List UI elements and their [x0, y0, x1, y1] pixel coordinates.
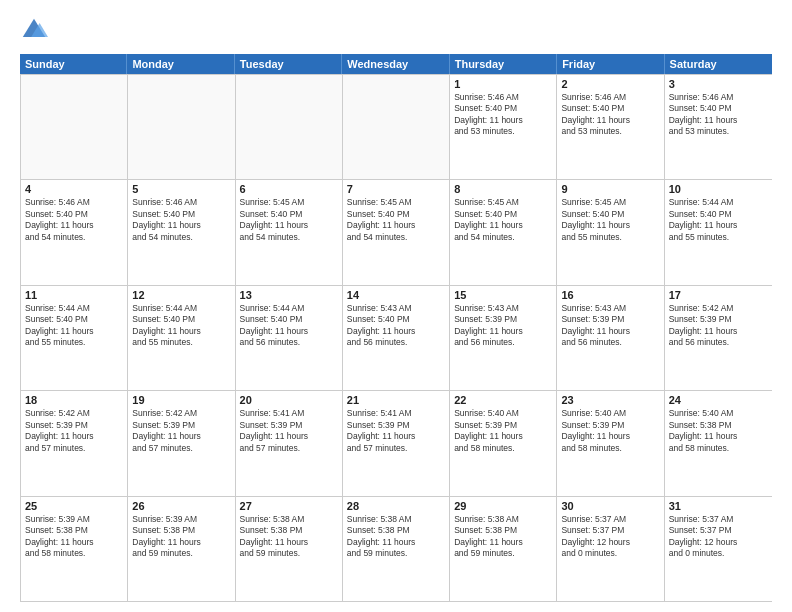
calendar-week-1: 1Sunrise: 5:46 AM Sunset: 5:40 PM Daylig…	[21, 74, 772, 179]
cell-info: Sunrise: 5:42 AM Sunset: 5:39 PM Dayligh…	[25, 408, 123, 454]
cell-info: Sunrise: 5:38 AM Sunset: 5:38 PM Dayligh…	[454, 514, 552, 560]
day-number: 13	[240, 289, 338, 301]
cell-info: Sunrise: 5:37 AM Sunset: 5:37 PM Dayligh…	[561, 514, 659, 560]
cell-info: Sunrise: 5:39 AM Sunset: 5:38 PM Dayligh…	[132, 514, 230, 560]
calendar-week-4: 18Sunrise: 5:42 AM Sunset: 5:39 PM Dayli…	[21, 390, 772, 495]
day-cell-1: 1Sunrise: 5:46 AM Sunset: 5:40 PM Daylig…	[450, 75, 557, 179]
day-cell-13: 13Sunrise: 5:44 AM Sunset: 5:40 PM Dayli…	[236, 286, 343, 390]
day-cell-28: 28Sunrise: 5:38 AM Sunset: 5:38 PM Dayli…	[343, 497, 450, 601]
day-number: 26	[132, 500, 230, 512]
day-number: 11	[25, 289, 123, 301]
day-number: 16	[561, 289, 659, 301]
day-cell-22: 22Sunrise: 5:40 AM Sunset: 5:39 PM Dayli…	[450, 391, 557, 495]
cell-info: Sunrise: 5:46 AM Sunset: 5:40 PM Dayligh…	[669, 92, 768, 138]
day-cell-2: 2Sunrise: 5:46 AM Sunset: 5:40 PM Daylig…	[557, 75, 664, 179]
day-cell-9: 9Sunrise: 5:45 AM Sunset: 5:40 PM Daylig…	[557, 180, 664, 284]
day-header-saturday: Saturday	[665, 54, 772, 74]
day-cell-19: 19Sunrise: 5:42 AM Sunset: 5:39 PM Dayli…	[128, 391, 235, 495]
day-number: 22	[454, 394, 552, 406]
day-number: 10	[669, 183, 768, 195]
day-cell-18: 18Sunrise: 5:42 AM Sunset: 5:39 PM Dayli…	[21, 391, 128, 495]
cell-info: Sunrise: 5:45 AM Sunset: 5:40 PM Dayligh…	[347, 197, 445, 243]
cell-info: Sunrise: 5:43 AM Sunset: 5:40 PM Dayligh…	[347, 303, 445, 349]
day-header-sunday: Sunday	[20, 54, 127, 74]
cell-info: Sunrise: 5:43 AM Sunset: 5:39 PM Dayligh…	[561, 303, 659, 349]
day-number: 1	[454, 78, 552, 90]
day-number: 21	[347, 394, 445, 406]
cell-info: Sunrise: 5:46 AM Sunset: 5:40 PM Dayligh…	[25, 197, 123, 243]
day-number: 27	[240, 500, 338, 512]
cell-info: Sunrise: 5:44 AM Sunset: 5:40 PM Dayligh…	[669, 197, 768, 243]
day-cell-6: 6Sunrise: 5:45 AM Sunset: 5:40 PM Daylig…	[236, 180, 343, 284]
cell-info: Sunrise: 5:37 AM Sunset: 5:37 PM Dayligh…	[669, 514, 768, 560]
day-number: 7	[347, 183, 445, 195]
day-cell-21: 21Sunrise: 5:41 AM Sunset: 5:39 PM Dayli…	[343, 391, 450, 495]
calendar-week-3: 11Sunrise: 5:44 AM Sunset: 5:40 PM Dayli…	[21, 285, 772, 390]
day-number: 23	[561, 394, 659, 406]
cell-info: Sunrise: 5:42 AM Sunset: 5:39 PM Dayligh…	[669, 303, 768, 349]
header	[20, 16, 772, 44]
day-cell-4: 4Sunrise: 5:46 AM Sunset: 5:40 PM Daylig…	[21, 180, 128, 284]
calendar-week-5: 25Sunrise: 5:39 AM Sunset: 5:38 PM Dayli…	[21, 496, 772, 601]
day-number: 15	[454, 289, 552, 301]
cell-info: Sunrise: 5:43 AM Sunset: 5:39 PM Dayligh…	[454, 303, 552, 349]
day-cell-26: 26Sunrise: 5:39 AM Sunset: 5:38 PM Dayli…	[128, 497, 235, 601]
day-number: 29	[454, 500, 552, 512]
day-cell-5: 5Sunrise: 5:46 AM Sunset: 5:40 PM Daylig…	[128, 180, 235, 284]
calendar-header: SundayMondayTuesdayWednesdayThursdayFrid…	[20, 54, 772, 74]
day-number: 25	[25, 500, 123, 512]
cell-info: Sunrise: 5:41 AM Sunset: 5:39 PM Dayligh…	[347, 408, 445, 454]
day-number: 28	[347, 500, 445, 512]
day-cell-7: 7Sunrise: 5:45 AM Sunset: 5:40 PM Daylig…	[343, 180, 450, 284]
day-number: 3	[669, 78, 768, 90]
day-cell-23: 23Sunrise: 5:40 AM Sunset: 5:39 PM Dayli…	[557, 391, 664, 495]
cell-info: Sunrise: 5:44 AM Sunset: 5:40 PM Dayligh…	[132, 303, 230, 349]
cell-info: Sunrise: 5:46 AM Sunset: 5:40 PM Dayligh…	[561, 92, 659, 138]
day-number: 20	[240, 394, 338, 406]
cell-info: Sunrise: 5:38 AM Sunset: 5:38 PM Dayligh…	[240, 514, 338, 560]
cell-info: Sunrise: 5:40 AM Sunset: 5:39 PM Dayligh…	[561, 408, 659, 454]
calendar-body: 1Sunrise: 5:46 AM Sunset: 5:40 PM Daylig…	[20, 74, 772, 602]
day-header-friday: Friday	[557, 54, 664, 74]
empty-cell	[21, 75, 128, 179]
day-number: 8	[454, 183, 552, 195]
day-number: 19	[132, 394, 230, 406]
cell-info: Sunrise: 5:46 AM Sunset: 5:40 PM Dayligh…	[454, 92, 552, 138]
day-header-thursday: Thursday	[450, 54, 557, 74]
day-cell-12: 12Sunrise: 5:44 AM Sunset: 5:40 PM Dayli…	[128, 286, 235, 390]
cell-info: Sunrise: 5:42 AM Sunset: 5:39 PM Dayligh…	[132, 408, 230, 454]
cell-info: Sunrise: 5:44 AM Sunset: 5:40 PM Dayligh…	[25, 303, 123, 349]
cell-info: Sunrise: 5:40 AM Sunset: 5:39 PM Dayligh…	[454, 408, 552, 454]
cell-info: Sunrise: 5:45 AM Sunset: 5:40 PM Dayligh…	[454, 197, 552, 243]
day-number: 5	[132, 183, 230, 195]
cell-info: Sunrise: 5:40 AM Sunset: 5:38 PM Dayligh…	[669, 408, 768, 454]
day-cell-25: 25Sunrise: 5:39 AM Sunset: 5:38 PM Dayli…	[21, 497, 128, 601]
day-number: 2	[561, 78, 659, 90]
day-number: 6	[240, 183, 338, 195]
day-number: 17	[669, 289, 768, 301]
day-number: 18	[25, 394, 123, 406]
day-cell-11: 11Sunrise: 5:44 AM Sunset: 5:40 PM Dayli…	[21, 286, 128, 390]
day-cell-14: 14Sunrise: 5:43 AM Sunset: 5:40 PM Dayli…	[343, 286, 450, 390]
page: SundayMondayTuesdayWednesdayThursdayFrid…	[0, 0, 792, 612]
logo	[20, 16, 52, 44]
day-header-wednesday: Wednesday	[342, 54, 449, 74]
day-cell-3: 3Sunrise: 5:46 AM Sunset: 5:40 PM Daylig…	[665, 75, 772, 179]
day-cell-24: 24Sunrise: 5:40 AM Sunset: 5:38 PM Dayli…	[665, 391, 772, 495]
day-cell-30: 30Sunrise: 5:37 AM Sunset: 5:37 PM Dayli…	[557, 497, 664, 601]
calendar: SundayMondayTuesdayWednesdayThursdayFrid…	[20, 54, 772, 602]
day-number: 14	[347, 289, 445, 301]
day-cell-10: 10Sunrise: 5:44 AM Sunset: 5:40 PM Dayli…	[665, 180, 772, 284]
day-cell-17: 17Sunrise: 5:42 AM Sunset: 5:39 PM Dayli…	[665, 286, 772, 390]
day-number: 9	[561, 183, 659, 195]
day-cell-29: 29Sunrise: 5:38 AM Sunset: 5:38 PM Dayli…	[450, 497, 557, 601]
cell-info: Sunrise: 5:38 AM Sunset: 5:38 PM Dayligh…	[347, 514, 445, 560]
logo-icon	[20, 16, 48, 44]
day-cell-20: 20Sunrise: 5:41 AM Sunset: 5:39 PM Dayli…	[236, 391, 343, 495]
day-cell-16: 16Sunrise: 5:43 AM Sunset: 5:39 PM Dayli…	[557, 286, 664, 390]
calendar-week-2: 4Sunrise: 5:46 AM Sunset: 5:40 PM Daylig…	[21, 179, 772, 284]
cell-info: Sunrise: 5:45 AM Sunset: 5:40 PM Dayligh…	[561, 197, 659, 243]
cell-info: Sunrise: 5:45 AM Sunset: 5:40 PM Dayligh…	[240, 197, 338, 243]
day-number: 30	[561, 500, 659, 512]
empty-cell	[236, 75, 343, 179]
